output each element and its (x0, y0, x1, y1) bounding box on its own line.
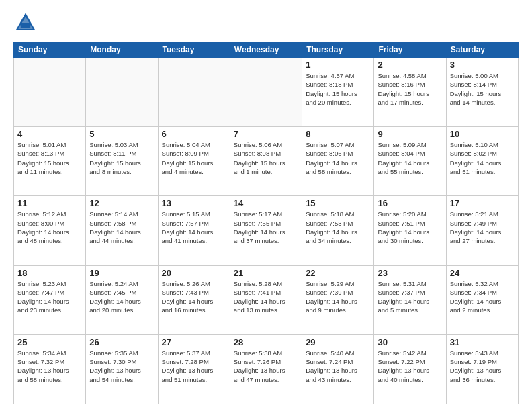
day-info: Sunrise: 5:00 AM Sunset: 8:14 PM Dayligh… (450, 71, 515, 107)
day-info: Sunrise: 5:24 AM Sunset: 7:45 PM Dayligh… (89, 279, 154, 315)
day-number: 31 (450, 337, 515, 347)
day-info: Sunrise: 5:38 AM Sunset: 7:26 PM Dayligh… (234, 349, 298, 384)
calendar-cell: 20Sunrise: 5:26 AM Sunset: 7:43 PM Dayli… (158, 265, 230, 334)
day-number: 27 (162, 337, 226, 347)
calendar-cell (86, 58, 158, 127)
calendar-cell: 18Sunrise: 5:23 AM Sunset: 7:47 PM Dayli… (14, 265, 86, 334)
calendar-cell: 1Sunrise: 4:57 AM Sunset: 8:18 PM Daylig… (302, 58, 374, 127)
day-info: Sunrise: 5:35 AM Sunset: 7:30 PM Dayligh… (89, 349, 154, 384)
calendar-day-header: Monday (86, 42, 158, 58)
day-info: Sunrise: 5:06 AM Sunset: 8:08 PM Dayligh… (234, 140, 298, 176)
calendar-cell: 7Sunrise: 5:06 AM Sunset: 8:08 PM Daylig… (230, 127, 302, 196)
day-info: Sunrise: 5:37 AM Sunset: 7:28 PM Dayligh… (162, 349, 226, 384)
day-number: 6 (162, 129, 226, 139)
calendar-cell: 26Sunrise: 5:35 AM Sunset: 7:30 PM Dayli… (86, 334, 158, 404)
day-info: Sunrise: 5:03 AM Sunset: 8:11 PM Dayligh… (89, 140, 154, 176)
calendar-day-header: Saturday (446, 42, 518, 58)
day-info: Sunrise: 4:58 AM Sunset: 8:16 PM Dayligh… (378, 71, 442, 107)
day-info: Sunrise: 5:12 AM Sunset: 8:00 PM Dayligh… (17, 210, 82, 245)
day-info: Sunrise: 5:09 AM Sunset: 8:04 PM Dayligh… (378, 140, 442, 176)
calendar-day-header: Sunday (14, 42, 86, 58)
day-number: 9 (378, 129, 442, 139)
day-info: Sunrise: 5:40 AM Sunset: 7:24 PM Dayligh… (306, 349, 370, 384)
calendar-cell: 4Sunrise: 5:01 AM Sunset: 8:13 PM Daylig… (14, 127, 86, 196)
day-info: Sunrise: 5:29 AM Sunset: 7:39 PM Dayligh… (306, 279, 370, 315)
day-number: 23 (378, 268, 442, 278)
calendar-week-row: 25Sunrise: 5:34 AM Sunset: 7:32 PM Dayli… (14, 334, 519, 404)
calendar-cell: 3Sunrise: 5:00 AM Sunset: 8:14 PM Daylig… (446, 58, 518, 127)
day-info: Sunrise: 4:57 AM Sunset: 8:18 PM Dayligh… (306, 71, 370, 107)
day-info: Sunrise: 5:10 AM Sunset: 8:02 PM Dayligh… (450, 140, 515, 176)
calendar-cell: 27Sunrise: 5:37 AM Sunset: 7:28 PM Dayli… (158, 334, 230, 404)
calendar-week-row: 4Sunrise: 5:01 AM Sunset: 8:13 PM Daylig… (14, 127, 519, 196)
calendar-cell: 14Sunrise: 5:17 AM Sunset: 7:55 PM Dayli… (230, 196, 302, 265)
day-number: 13 (162, 198, 226, 208)
day-info: Sunrise: 5:32 AM Sunset: 7:34 PM Dayligh… (450, 279, 515, 315)
day-info: Sunrise: 5:17 AM Sunset: 7:55 PM Dayligh… (234, 210, 298, 245)
calendar-cell: 31Sunrise: 5:43 AM Sunset: 7:19 PM Dayli… (446, 334, 518, 404)
day-number: 15 (306, 198, 370, 208)
day-info: Sunrise: 5:18 AM Sunset: 7:53 PM Dayligh… (306, 210, 370, 245)
day-number: 11 (17, 198, 82, 208)
calendar-week-row: 11Sunrise: 5:12 AM Sunset: 8:00 PM Dayli… (14, 196, 519, 265)
calendar-week-row: 1Sunrise: 4:57 AM Sunset: 8:18 PM Daylig… (14, 58, 519, 127)
calendar-cell: 16Sunrise: 5:20 AM Sunset: 7:51 PM Dayli… (374, 196, 446, 265)
logo-icon (13, 11, 38, 35)
calendar-week-row: 18Sunrise: 5:23 AM Sunset: 7:47 PM Dayli… (14, 265, 519, 334)
calendar-day-header: Friday (374, 42, 446, 58)
calendar-cell (230, 58, 302, 127)
calendar-cell: 19Sunrise: 5:24 AM Sunset: 7:45 PM Dayli… (86, 265, 158, 334)
page: SundayMondayTuesdayWednesdayThursdayFrid… (0, 0, 532, 411)
calendar-cell: 10Sunrise: 5:10 AM Sunset: 8:02 PM Dayli… (446, 127, 518, 196)
day-number: 7 (234, 129, 298, 139)
day-info: Sunrise: 5:01 AM Sunset: 8:13 PM Dayligh… (17, 140, 82, 176)
day-info: Sunrise: 5:21 AM Sunset: 7:49 PM Dayligh… (450, 210, 515, 245)
calendar-cell: 24Sunrise: 5:32 AM Sunset: 7:34 PM Dayli… (446, 265, 518, 334)
calendar-cell: 22Sunrise: 5:29 AM Sunset: 7:39 PM Dayli… (302, 265, 374, 334)
day-info: Sunrise: 5:31 AM Sunset: 7:37 PM Dayligh… (378, 279, 442, 315)
day-number: 24 (450, 268, 515, 278)
day-info: Sunrise: 5:04 AM Sunset: 8:09 PM Dayligh… (162, 140, 226, 176)
day-info: Sunrise: 5:28 AM Sunset: 7:41 PM Dayligh… (234, 279, 298, 315)
day-number: 12 (89, 198, 154, 208)
day-number: 26 (89, 337, 154, 347)
day-number: 17 (450, 198, 515, 208)
calendar-cell: 23Sunrise: 5:31 AM Sunset: 7:37 PM Dayli… (374, 265, 446, 334)
day-number: 5 (89, 129, 154, 139)
calendar-cell: 11Sunrise: 5:12 AM Sunset: 8:00 PM Dayli… (14, 196, 86, 265)
day-number: 19 (89, 268, 154, 278)
calendar-cell: 30Sunrise: 5:42 AM Sunset: 7:22 PM Dayli… (374, 334, 446, 404)
calendar-cell: 21Sunrise: 5:28 AM Sunset: 7:41 PM Dayli… (230, 265, 302, 334)
day-number: 3 (450, 60, 515, 70)
header (13, 11, 519, 35)
calendar-day-header: Thursday (302, 42, 374, 58)
day-number: 20 (162, 268, 226, 278)
calendar-cell: 8Sunrise: 5:07 AM Sunset: 8:06 PM Daylig… (302, 127, 374, 196)
day-number: 29 (306, 337, 370, 347)
day-number: 25 (17, 337, 82, 347)
day-number: 21 (234, 268, 298, 278)
calendar-cell: 2Sunrise: 4:58 AM Sunset: 8:16 PM Daylig… (374, 58, 446, 127)
calendar-cell: 29Sunrise: 5:40 AM Sunset: 7:24 PM Dayli… (302, 334, 374, 404)
svg-rect-2 (21, 23, 30, 28)
day-info: Sunrise: 5:20 AM Sunset: 7:51 PM Dayligh… (378, 210, 442, 245)
calendar-cell (14, 58, 86, 127)
day-info: Sunrise: 5:14 AM Sunset: 7:58 PM Dayligh… (89, 210, 154, 245)
day-number: 1 (306, 60, 370, 70)
day-info: Sunrise: 5:26 AM Sunset: 7:43 PM Dayligh… (162, 279, 226, 315)
calendar-cell: 12Sunrise: 5:14 AM Sunset: 7:58 PM Dayli… (86, 196, 158, 265)
calendar-day-header: Wednesday (230, 42, 302, 58)
day-info: Sunrise: 5:34 AM Sunset: 7:32 PM Dayligh… (17, 349, 82, 384)
calendar-cell: 13Sunrise: 5:15 AM Sunset: 7:57 PM Dayli… (158, 196, 230, 265)
calendar-cell (158, 58, 230, 127)
day-number: 22 (306, 268, 370, 278)
day-number: 8 (306, 129, 370, 139)
day-number: 30 (378, 337, 442, 347)
calendar-cell: 9Sunrise: 5:09 AM Sunset: 8:04 PM Daylig… (374, 127, 446, 196)
calendar-day-header: Tuesday (158, 42, 230, 58)
day-number: 28 (234, 337, 298, 347)
day-number: 10 (450, 129, 515, 139)
calendar-cell: 5Sunrise: 5:03 AM Sunset: 8:11 PM Daylig… (86, 127, 158, 196)
calendar-cell: 25Sunrise: 5:34 AM Sunset: 7:32 PM Dayli… (14, 334, 86, 404)
calendar-cell: 15Sunrise: 5:18 AM Sunset: 7:53 PM Dayli… (302, 196, 374, 265)
